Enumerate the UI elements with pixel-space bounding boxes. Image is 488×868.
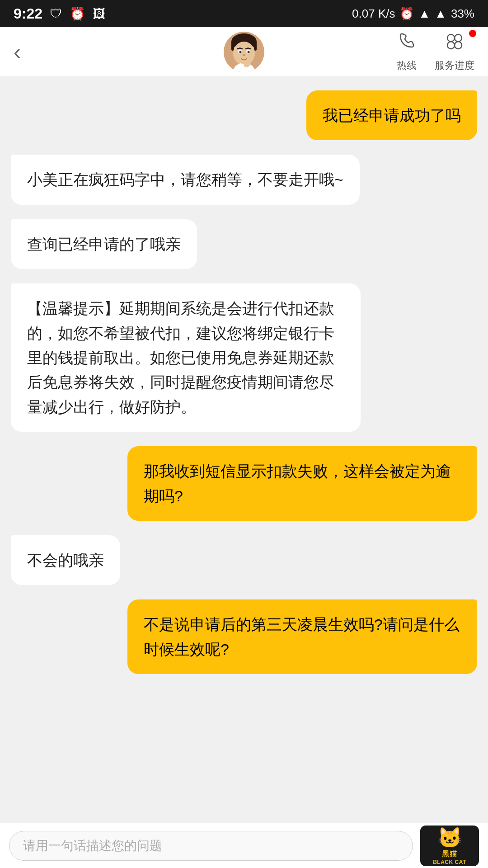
network-speed: 0.07 K/s (352, 7, 395, 21)
svg-rect-2 (231, 42, 234, 51)
status-bar: 9:22 🛡 ⏰ 🖼 0.07 K/s ⏰ ▲ ▲ 33% (0, 0, 488, 27)
message-input[interactable]: 请用一句话描述您的问题 (9, 831, 413, 861)
message-row: 不会的哦亲 (11, 535, 477, 585)
status-left: 9:22 🛡 ⏰ 🖼 (14, 5, 105, 22)
bottom-bar: 请用一句话描述您的问题 🐱 黑猫 BLACK CAT (0, 823, 488, 868)
agent-avatar-container (224, 32, 264, 72)
cat-icon: 🐱 (437, 826, 462, 849)
svg-point-7 (239, 51, 242, 53)
svg-point-11 (447, 34, 455, 42)
message-bubble: 不是说申请后的第三天凌晨生效吗?请问是什么时候生效呢? (127, 599, 477, 674)
back-button[interactable]: ‹ (14, 39, 21, 64)
svg-point-9 (243, 54, 245, 56)
message-row: 那我收到短信显示扣款失败，这样会被定为逾期吗? (11, 446, 477, 521)
alarm-icon: ⏰ (70, 6, 85, 21)
svg-point-8 (248, 51, 250, 53)
svg-point-12 (455, 34, 462, 42)
signal-strength-icon: ▲ (435, 7, 446, 21)
header-actions: 热线 服务进度 (397, 32, 474, 72)
svg-rect-3 (254, 42, 257, 51)
notification-badge (469, 30, 476, 37)
message-bubble: 查询已经申请的了哦亲 (11, 219, 197, 269)
header: ‹ (0, 27, 488, 77)
chat-area: 我已经申请成功了吗小美正在疯狂码字中，请您稍等，不要走开哦~查询已经申请的了哦亲… (0, 77, 488, 823)
message-row: 小美正在疯狂码字中，请您稍等，不要走开哦~ (11, 155, 477, 204)
image-icon: 🖼 (93, 6, 105, 21)
wifi-icon: ▲ (418, 7, 430, 21)
progress-button[interactable]: 服务进度 (435, 32, 474, 72)
svg-point-13 (447, 42, 455, 49)
svg-point-4 (233, 42, 255, 65)
avatar-svg (224, 32, 264, 72)
message-row: 【温馨提示】延期期间系统是会进行代扣还款的，如您不希望被代扣，建议您将绑定银行卡… (11, 283, 477, 432)
message-bubble: 小美正在疯狂码字中，请您稍等，不要走开哦~ (11, 155, 360, 204)
black-cat-en-label: BLACK CAT (433, 859, 466, 865)
svg-point-14 (455, 42, 462, 49)
progress-icon (445, 32, 465, 56)
hotline-button[interactable]: 热线 (397, 32, 417, 72)
agent-avatar (224, 32, 264, 72)
signal-icon: 🛡 (50, 6, 62, 21)
status-right: 0.07 K/s ⏰ ▲ ▲ 33% (352, 7, 474, 21)
message-row: 我已经申请成功了吗 (11, 90, 477, 140)
black-cat-logo: 🐱 黑猫 BLACK CAT (420, 826, 479, 866)
message-row: 不是说申请后的第三天凌晨生效吗?请问是什么时候生效呢? (11, 599, 477, 674)
black-cat-label: 黑猫 (442, 849, 457, 859)
message-bubble: 那我收到短信显示扣款失败，这样会被定为逾期吗? (127, 446, 477, 521)
hotline-label: 热线 (397, 59, 417, 72)
progress-label: 服务进度 (435, 59, 474, 72)
message-row: 查询已经申请的了哦亲 (11, 219, 477, 269)
message-bubble: 我已经申请成功了吗 (306, 90, 477, 140)
phone-icon (397, 32, 417, 56)
alarm2-icon: ⏰ (399, 7, 414, 21)
status-time: 9:22 (14, 5, 42, 22)
battery-level: 33% (451, 7, 474, 21)
message-bubble: 不会的哦亲 (11, 535, 120, 585)
message-bubble: 【温馨提示】延期期间系统是会进行代扣还款的，如您不希望被代扣，建议您将绑定银行卡… (11, 283, 361, 432)
